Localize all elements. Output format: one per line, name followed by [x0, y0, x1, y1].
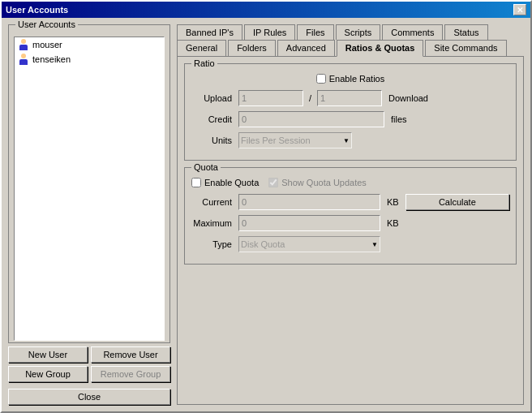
list-item[interactable]: mouser [15, 37, 164, 52]
tab-banned-ips[interactable]: Banned IP's [177, 24, 242, 40]
tab-folders[interactable]: Folders [228, 40, 276, 57]
enable-quota-label[interactable]: Enable Quota [191, 178, 259, 187]
enable-ratios-text: Enable Ratios [329, 74, 385, 84]
user-list: mouser tenseiken [14, 37, 165, 341]
quota-enable-row: Enable Quota Show Quota Updates [191, 178, 509, 187]
credit-row: Credit files [191, 111, 509, 127]
credit-input[interactable] [238, 111, 384, 127]
user-icon [18, 54, 29, 65]
quota-group-label: Quota [191, 162, 221, 172]
tab-content: Ratio Enable Ratios Upload / Download [177, 56, 524, 405]
user-icon [18, 39, 29, 50]
new-group-button[interactable]: New Group [8, 366, 88, 382]
tab-files[interactable]: Files [297, 24, 333, 40]
kb1-label: KB [387, 197, 399, 207]
tab-general[interactable]: General [177, 40, 226, 57]
tab-ratios-quotas[interactable]: Ratios & Quotas [337, 40, 424, 57]
maximum-label: Maximum [191, 218, 232, 228]
list-item[interactable]: tenseiken [15, 52, 164, 67]
main-window: User Accounts ✕ User Accounts mouser [0, 0, 532, 413]
enable-quota-checkbox[interactable] [191, 178, 201, 187]
enable-ratios-label[interactable]: Enable Ratios [316, 74, 385, 84]
download-input[interactable] [317, 90, 382, 106]
show-quota-text: Show Quota Updates [281, 178, 367, 187]
maximum-input[interactable] [238, 215, 380, 231]
current-input[interactable] [238, 194, 380, 210]
maximum-row: Maximum KB [191, 215, 509, 231]
ratio-group-label: Ratio [191, 58, 217, 68]
tab-comments[interactable]: Comments [382, 24, 443, 40]
current-label: Current [191, 197, 232, 207]
left-panel: User Accounts mouser t [8, 24, 170, 405]
upload-label: Upload [191, 93, 232, 103]
files-label: files [391, 114, 407, 124]
left-buttons: New User Remove User New Group Remove Gr… [8, 346, 170, 405]
units-row: Units Files Per Session KB Per Session M… [191, 132, 509, 148]
new-user-button[interactable]: New User [8, 346, 88, 363]
user-name: mouser [32, 40, 62, 49]
type-row: Type Disk Quota Upload Quota Download Qu… [191, 236, 509, 252]
download-label: Download [388, 93, 428, 103]
slash: / [309, 93, 311, 103]
tabs-row2: General Folders Advanced Ratios & Quotas… [177, 40, 524, 57]
remove-user-button[interactable]: Remove User [91, 346, 170, 363]
units-select-wrapper: Files Per Session KB Per Session MB Per … [238, 132, 352, 148]
type-label: Type [191, 239, 232, 249]
type-select-wrapper: Disk Quota Upload Quota Download Quota [238, 236, 380, 252]
tab-site-commands[interactable]: Site Commands [425, 40, 506, 57]
upload-row: Upload / Download [191, 90, 509, 106]
title-bar: User Accounts ✕ [2, 2, 530, 18]
kb2-label: KB [387, 218, 399, 228]
window-title: User Accounts [6, 5, 68, 15]
credit-label: Credit [191, 114, 232, 124]
show-quota-updates-label[interactable]: Show Quota Updates [268, 178, 367, 187]
show-quota-checkbox[interactable] [268, 178, 278, 187]
tab-advanced[interactable]: Advanced [277, 40, 335, 57]
user-accounts-label: User Accounts [15, 19, 78, 29]
tabs-row1: Banned IP's IP Rules Files Scripts Comme… [177, 24, 524, 40]
close-icon[interactable]: ✕ [513, 4, 526, 15]
user-accounts-group: User Accounts mouser t [8, 24, 170, 343]
ratio-group: Ratio Enable Ratios Upload / Download [184, 63, 517, 161]
tab-ip-rules[interactable]: IP Rules [244, 24, 295, 40]
units-select[interactable]: Files Per Session KB Per Session MB Per … [238, 132, 352, 148]
tab-scripts[interactable]: Scripts [336, 24, 381, 40]
enable-quota-text: Enable Quota [204, 178, 259, 187]
calculate-button[interactable]: Calculate [405, 194, 509, 210]
remove-group-button[interactable]: Remove Group [91, 366, 170, 382]
quota-group: Quota Enable Quota Show Quota Updates Cu… [184, 167, 517, 265]
upload-input[interactable] [238, 90, 303, 106]
type-select[interactable]: Disk Quota Upload Quota Download Quota [238, 236, 380, 252]
units-label: Units [191, 136, 232, 145]
right-panel: Banned IP's IP Rules Files Scripts Comme… [177, 24, 524, 405]
close-button[interactable]: Close [8, 389, 170, 405]
enable-ratios-checkbox[interactable] [316, 74, 326, 84]
tab-status[interactable]: Status [444, 24, 487, 40]
current-row: Current KB Calculate [191, 194, 509, 210]
ratio-enable-row: Enable Ratios [191, 74, 509, 84]
user-name: tenseiken [32, 54, 71, 64]
